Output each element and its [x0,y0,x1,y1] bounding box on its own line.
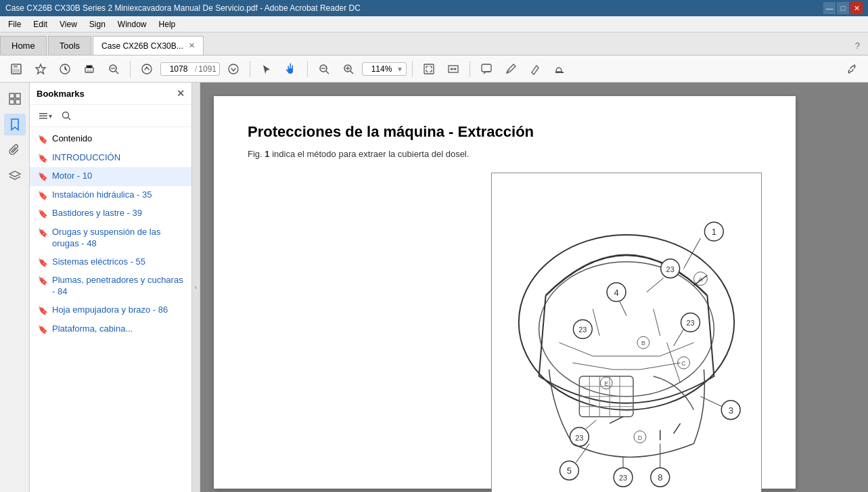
zoom-dropdown-icon[interactable]: ▾ [398,64,402,74]
bookmark-item-hoja[interactable]: 🔖 Hoja empujadora y brazo - 86 [30,301,191,320]
close-button[interactable]: ✕ [850,2,863,14]
maximize-button[interactable]: □ [837,2,849,14]
menu-window[interactable]: Window [112,18,152,30]
sidebar-close-button[interactable]: ✕ [177,88,185,99]
bookmark-item-bastidores[interactable]: 🔖 Bastidores y lastre - 39 [30,204,191,223]
svg-rect-27 [9,99,14,104]
stamp-button[interactable] [549,58,570,80]
menu-file[interactable]: File [3,18,26,30]
zoom-out-button[interactable] [313,58,335,80]
svg-rect-28 [16,99,20,104]
menu-edit[interactable]: Edit [28,18,53,30]
bookmark-item-contenido[interactable]: 🔖 Contenido [30,130,191,149]
toolbar-separator-1 [130,61,131,77]
sidebar-header: Bookmarks ✕ [30,83,191,105]
svg-text:23: 23 [578,326,587,334]
bookmark-item-orugas[interactable]: 🔖 Orugas y suspensión de las orugas - 48 [30,223,191,253]
toolbar: / 1091 ▾ [0,55,868,83]
prev-page-button[interactable] [136,58,158,80]
tab-close-button[interactable]: ✕ [189,41,195,50]
svg-line-13 [326,71,329,74]
bookmark-label-orugas: Orugas y suspensión de las orugas - 48 [52,227,183,250]
link-button[interactable] [841,58,863,80]
tab-doc[interactable]: Case CX26B CX30B... ✕ [93,36,204,55]
next-page-button[interactable] [223,58,244,80]
bookmark-label-hidraulica: Instalación hidráulica - 35 [52,189,152,201]
bookmark-label-hoja: Hoja empujadora y brazo - 86 [52,305,168,316]
subtitle-text: indica el método para extraer la cubiert… [270,149,470,159]
save-button[interactable] [5,58,27,80]
bookmark-label-motor: Motor - 10 [52,171,92,182]
minimize-button[interactable]: — [823,2,836,14]
pdf-page: Protecciones de la máquina - Extracción … [214,96,796,489]
search-button[interactable] [103,58,124,80]
svg-point-11 [229,64,238,74]
fit-width-button[interactable] [442,58,464,80]
page-current-input[interactable] [164,64,193,74]
sidebar-collapse-handle[interactable]: ‹ [192,83,200,492]
bookmark-list: 🔖 Contenido 🔖 INTRODUCCIÓN 🔖 Motor - 10 … [30,127,191,492]
svg-line-57 [674,329,684,346]
subtitle-fig-num: 1 [265,149,269,159]
bookmark-item-introduccion[interactable]: 🔖 INTRODUCCIÓN [30,149,191,168]
bookmark-icon-electricos: 🔖 [38,258,48,269]
svg-text:23: 23 [686,319,694,327]
sidebar-header-controls: ✕ [177,88,185,99]
sidebar-toolbar: ▾ [30,105,191,127]
pdf-content-area[interactable]: Protecciones de la máquina - Extracción … [200,83,868,492]
zoom-input[interactable] [367,64,396,74]
menu-sign[interactable]: Sign [84,18,111,30]
tab-help[interactable]: ? [847,37,868,55]
svg-rect-31 [39,118,47,119]
svg-text:3: 3 [729,405,733,416]
nav-bookmark-button[interactable] [54,58,76,80]
highlight-button[interactable] [500,58,522,80]
draw-button[interactable] [524,58,546,80]
bookmark-item-plataforma[interactable]: 🔖 Plataforma, cabina... [30,320,191,339]
bookmark-item-hidraulica[interactable]: 🔖 Instalación hidráulica - 35 [30,186,191,205]
bookmark-label-electricos: Sistemas eléctricos - 55 [52,256,145,268]
fit-page-button[interactable] [418,58,440,80]
bookmark-star-button[interactable] [30,58,51,80]
zoom-group: ▾ [362,62,407,76]
bookmark-item-motor[interactable]: 🔖 Motor - 10 [30,167,191,186]
sidebar-menu-button[interactable]: ▾ [35,108,54,124]
tab-tools[interactable]: Tools [48,36,91,55]
select-tool-button[interactable] [256,58,277,80]
svg-line-49 [647,278,664,292]
svg-rect-19 [424,64,434,74]
bookmark-icon-orugas: 🔖 [38,228,48,239]
menu-help[interactable]: Help [154,18,181,30]
bookmark-icon-hoja: 🔖 [38,306,48,317]
toolbar-separator-2 [250,61,250,77]
bookmark-label-plumas: Plumas, penetradores y cucharas - 84 [52,275,183,298]
collapse-icon: ‹ [195,284,197,291]
svg-text:8: 8 [658,472,662,483]
left-tools-panel [0,83,30,492]
svg-rect-1 [14,64,18,68]
menu-view[interactable]: View [54,18,83,30]
bookmark-icon-plataforma: 🔖 [38,325,48,336]
svg-line-8 [116,71,118,74]
bookmark-icon-motor: 🔖 [38,172,48,183]
toolbar-separator-4 [412,61,413,77]
sidebar-find-button[interactable] [57,108,76,124]
page-nav-group: / 1091 [160,62,220,76]
svg-text:1: 1 [712,227,716,237]
toolbar-separator-3 [307,61,308,77]
svg-text:D: D [638,434,643,441]
attachments-button[interactable] [4,139,26,161]
tab-home[interactable]: Home [0,36,47,55]
print-button[interactable] [78,58,100,80]
hand-tool-button[interactable] [280,58,302,80]
layers-button[interactable] [4,165,26,187]
thumbnails-button[interactable] [4,88,26,110]
bookmark-item-electricos[interactable]: 🔖 Sistemas eléctricos - 55 [30,253,191,272]
pdf-body: 1 23 4 23 [248,173,762,492]
bookmarks-panel-button[interactable] [4,114,26,135]
comment-button[interactable] [476,58,497,80]
bookmark-item-plumas[interactable]: 🔖 Plumas, penetradores y cucharas - 84 [30,271,191,301]
zoom-in-button[interactable] [338,58,359,80]
title-bar-controls[interactable]: — □ ✕ [823,2,863,14]
svg-text:E: E [604,380,608,387]
